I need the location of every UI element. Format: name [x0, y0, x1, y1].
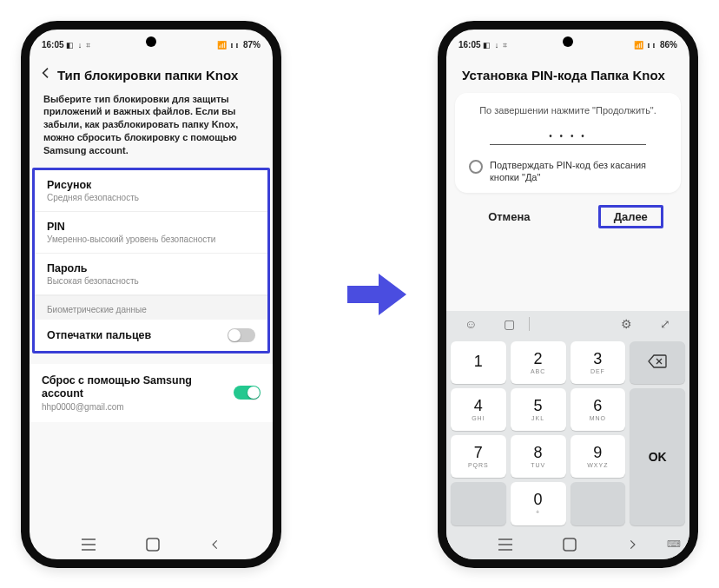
key-6[interactable]: 6MNO	[571, 388, 626, 431]
pin-hint: По завершении нажмите "Продолжить".	[465, 105, 670, 116]
option-title: Пароль	[47, 262, 255, 274]
fingerprint-toggle[interactable]	[228, 328, 255, 342]
status-right-icons: 📶 ⫾⫾	[217, 41, 241, 50]
key-7[interactable]: 7PQRS	[451, 435, 506, 478]
reset-title: Сброс с помощью Samsung account	[42, 374, 234, 400]
clipboard-icon[interactable]: ▢	[491, 317, 530, 331]
key-blank	[571, 482, 626, 525]
option-subtitle: Высокая безопасность	[47, 276, 255, 286]
confirm-without-ok-row[interactable]: Подтверждать PIN-код без касания кнопки …	[465, 159, 670, 185]
fingerprint-row[interactable]: Отпечатки пальцев	[35, 320, 267, 351]
expand-icon[interactable]: ⤢	[646, 317, 685, 331]
radio-icon[interactable]	[469, 160, 483, 174]
option-subtitle: Средняя безопасность	[47, 193, 255, 202]
next-button[interactable]: Далее	[598, 205, 663, 228]
nav-home-icon[interactable]	[563, 538, 577, 552]
status-time: 16:05	[458, 40, 481, 50]
key-2[interactable]: 2ABC	[511, 341, 566, 384]
nav-recent-icon[interactable]	[498, 538, 513, 551]
key-blank	[451, 482, 506, 525]
keyboard-hide-icon[interactable]: ⌨	[667, 538, 681, 550]
pin-card: По завершении нажмите "Продолжить". • • …	[455, 93, 681, 194]
page-description: Выберите тип блокировки для защиты прило…	[30, 89, 273, 168]
settings-icon[interactable]: ⚙	[607, 317, 646, 331]
samsung-account-reset-row[interactable]: Сброс с помощью Samsung account hhp0000@…	[30, 364, 273, 422]
nav-back-icon[interactable]	[626, 538, 638, 551]
key-1[interactable]: 1	[451, 341, 506, 384]
key-9[interactable]: 9WXYZ	[571, 435, 626, 478]
emoji-icon[interactable]: ☺	[452, 317, 491, 331]
camera-notch	[146, 36, 156, 47]
page-title: Тип блокировки папки Knox	[57, 68, 238, 83]
key-3[interactable]: 3DEF	[571, 341, 626, 384]
biometric-section-label: Биометрические данные	[35, 295, 267, 320]
phone-left: 16:05 ◧ ↓ ⌗ 📶 ⫾⫾ 87% Тип блокировки папк…	[21, 21, 281, 568]
reset-email: hhp0000@gmail.com	[42, 402, 234, 412]
option-pattern[interactable]: Рисунок Средняя безопасность	[35, 170, 267, 212]
option-title: Рисунок	[47, 179, 255, 191]
option-password[interactable]: Пароль Высокая безопасность	[35, 254, 267, 295]
keyboard-toolbar: ☺ ▢ ⚙ ⤢	[446, 311, 689, 337]
option-subtitle: Умеренно-высокий уровень безопасности	[47, 235, 255, 244]
nav-recent-icon[interactable]	[81, 538, 96, 551]
android-nav-bar: ⌨	[446, 530, 689, 559]
confirm-text: Подтверждать PIN-код без касания кнопки …	[490, 159, 667, 185]
android-nav-bar	[30, 530, 273, 559]
divider	[529, 317, 530, 331]
key-5[interactable]: 5JKL	[511, 388, 566, 431]
option-title: PIN	[47, 221, 255, 233]
status-left-icons: ◧ ↓ ⌗	[66, 41, 91, 50]
phone-right: 16:05 ◧ ↓ ⌗ 📶 ⫾⫾ 86% Установка PIN-кода …	[438, 21, 698, 568]
key-8[interactable]: 8TUV	[511, 435, 566, 478]
option-pin[interactable]: PIN Умеренно-высокий уровень безопасност…	[35, 212, 267, 254]
reset-toggle[interactable]	[234, 386, 261, 400]
key-4[interactable]: 4GHI	[451, 388, 506, 431]
status-right-icons: 📶 ⫾⫾	[634, 41, 658, 50]
pin-input[interactable]: • • • •	[490, 131, 646, 145]
key-ok[interactable]: OK	[630, 388, 685, 525]
svg-rect-3	[147, 538, 159, 551]
flow-arrow-icon	[338, 268, 416, 320]
back-icon[interactable]	[35, 66, 57, 84]
status-left-icons: ◧ ↓ ⌗	[483, 41, 508, 50]
cancel-button[interactable]: Отмена	[472, 205, 545, 228]
status-time: 16:05	[42, 40, 64, 50]
camera-notch	[563, 36, 573, 47]
key-0[interactable]: 0+	[511, 482, 566, 525]
nav-home-icon[interactable]	[146, 538, 160, 552]
fingerprint-label: Отпечатки пальцев	[47, 329, 151, 341]
numeric-keyboard: ☺ ▢ ⚙ ⤢ 1 2ABC 3DEF 4GHI 5JKL 6MNO OK	[446, 311, 689, 530]
status-battery: 86%	[660, 40, 677, 50]
svg-rect-9	[564, 538, 576, 551]
page-title: Установка PIN-кода Папка Knox	[446, 57, 689, 88]
highlight-lock-options: Рисунок Средняя безопасность PIN Умеренн…	[32, 168, 270, 353]
status-battery: 87%	[243, 40, 261, 50]
key-backspace[interactable]	[630, 341, 685, 384]
action-buttons: Отмена Далее	[446, 198, 689, 232]
nav-back-icon[interactable]	[209, 538, 221, 551]
